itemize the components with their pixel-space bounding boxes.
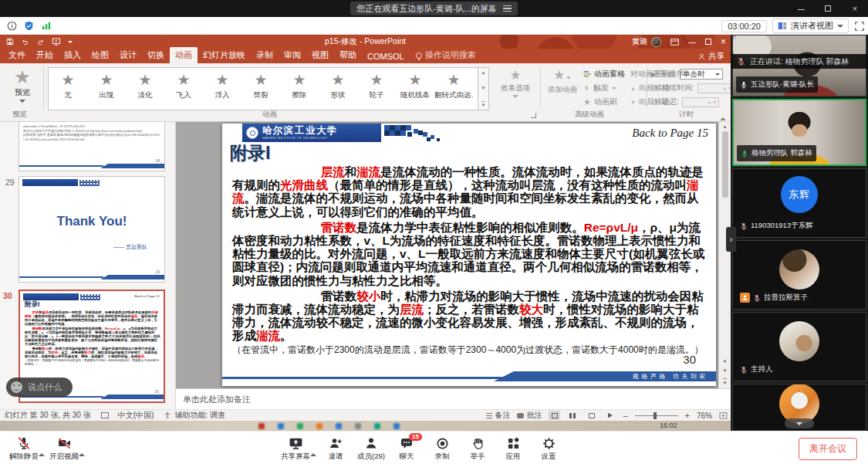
animation-gallery-item[interactable]: ★劈裂 <box>241 68 280 110</box>
restore-button[interactable] <box>822 4 833 13</box>
scrollbar-thumb[interactable] <box>722 131 728 198</box>
sidebar-collapse-handle[interactable]: › <box>726 227 736 252</box>
animation-gallery-item[interactable]: ★翻转式由远… <box>434 68 473 110</box>
preview-button[interactable]: ★ 预览 <box>6 68 39 103</box>
zoom-percent[interactable]: 76% <box>697 412 712 420</box>
slide-28-thumbnail[interactable]: mod walls.J. Fluud Mech., 92 (1979) 455-… <box>19 122 165 171</box>
slide-canvas[interactable]: 哈尔滨工业大学 HARBIN INSTITUTE OF TECHNOLOGY B… <box>222 124 716 386</box>
animation-gallery-item[interactable]: ★无 <box>49 68 87 110</box>
ppt-minimize-button[interactable]: — <box>688 38 696 46</box>
undo-icon[interactable] <box>21 38 29 46</box>
qat-more-icon[interactable] <box>68 41 73 43</box>
toolbar-chat-button[interactable]: 15聊天 <box>389 434 424 462</box>
participant-tile-6[interactable] <box>732 384 866 431</box>
editor-vertical-scrollbar[interactable]: ▲ ▲▼▼ <box>718 122 731 388</box>
tell-me-search[interactable]: 操作说明搜索 <box>410 47 482 63</box>
toolbar-mic-muted-button[interactable]: 解除静音 <box>6 434 42 462</box>
gallery-scroll-arrows[interactable]: ▲▼▼ <box>478 67 489 110</box>
animation-gallery-item[interactable]: ★形状 <box>319 68 357 110</box>
expand-videos-button[interactable] <box>785 418 814 428</box>
animation-gallery-item[interactable]: ★飞入 <box>164 68 203 110</box>
ppt-close-button[interactable]: × <box>721 36 726 47</box>
display-settings-icon[interactable] <box>101 412 109 418</box>
participant-tile-2[interactable]: 格物穷理队 郭森林 <box>732 99 866 166</box>
collapse-ribbon-button[interactable] <box>720 104 726 118</box>
slide-sorter-view-button[interactable] <box>567 411 579 420</box>
participant-tile-3[interactable]: 东辉1190301913于东辉 <box>732 168 866 238</box>
animation-gallery-item[interactable]: ★出现 <box>87 68 126 110</box>
fit-to-window-icon[interactable] <box>719 412 728 420</box>
animation-gallery-item[interactable]: ★随机线条 <box>396 68 434 110</box>
animation-painter-button[interactable]: ★ 动画刷 <box>583 97 617 107</box>
duration-spinner[interactable]: ▲▼ <box>697 83 735 93</box>
delay-spinner[interactable]: ▲▼ <box>682 97 719 107</box>
ribbon-tab-帮助[interactable]: 帮助 <box>334 47 362 63</box>
reading-view-button[interactable] <box>586 411 597 420</box>
save-icon[interactable] <box>6 38 14 46</box>
animation-pane-button[interactable]: 动画窗格 <box>583 69 625 80</box>
toolbar-settings-button[interactable]: 设置 <box>531 434 566 462</box>
ribbon-tab-视图[interactable]: 视图 <box>306 47 334 63</box>
network-signal-icon[interactable] <box>41 21 52 30</box>
participant-tile-5[interactable]: 主持人 <box>732 312 866 381</box>
notes-pane[interactable]: 单击此处添加备注 <box>176 388 731 409</box>
zoom-slider[interactable] <box>635 415 678 416</box>
ribbon-tab-设计[interactable]: 设计 <box>114 47 142 63</box>
view-mode-dropdown[interactable]: 演讲者视图 <box>772 19 849 33</box>
toolbar-cam-muted-button[interactable]: 开启视频 <box>46 434 82 462</box>
accessibility-status[interactable]: 辅助功能: 调查 <box>174 410 225 421</box>
zoom-in-button[interactable]: + <box>685 411 690 420</box>
back-to-page-link[interactable]: Back to Page 15 <box>632 127 708 140</box>
normal-view-button[interactable] <box>549 411 560 420</box>
toolbar-raise-hand-button[interactable]: 举手 <box>460 434 495 462</box>
trigger-button[interactable]: 触发 <box>583 83 616 93</box>
comments-toggle[interactable]: 批注 <box>517 410 542 421</box>
animation-gallery-item[interactable]: ★淡化 <box>126 68 164 110</box>
animation-gallery-item[interactable]: ★擦除 <box>280 68 319 110</box>
toolbar-apps-button[interactable]: 应用 <box>495 434 531 462</box>
redo-icon[interactable] <box>36 38 45 46</box>
security-shield-icon[interactable] <box>24 21 34 31</box>
leave-meeting-button[interactable]: 离开会议 <box>799 438 857 460</box>
info-icon[interactable] <box>7 21 17 31</box>
toolbar-invite-button[interactable]: 邀请 <box>318 434 353 462</box>
move-earlier-button[interactable]: ▲向前移动 <box>630 83 670 93</box>
ribbon-tab-幻灯片放映[interactable]: 幻灯片放映 <box>198 47 251 63</box>
dialog-launcher-icon[interactable] <box>531 113 536 118</box>
toolbar-record-button[interactable]: 录制 <box>424 434 460 462</box>
ribbon-tab-开始[interactable]: 开始 <box>31 47 59 63</box>
ribbon-tab-文件[interactable]: 文件 <box>3 47 31 63</box>
slide-29-thumbnail[interactable]: Thank You! —— 五边形队 29 <box>19 176 165 283</box>
ribbon-tab-审阅[interactable]: 审阅 <box>279 47 306 63</box>
ppt-share-button[interactable]: 共享 <box>698 51 724 62</box>
participant-tile-4[interactable]: 拉普拉斯算子 <box>732 240 866 310</box>
notes-toggle[interactable]: 备注 <box>486 410 510 421</box>
start-dropdown[interactable]: 单击时 <box>680 69 723 80</box>
quick-reaction-bubble[interactable]: 说点什么 <box>6 378 73 397</box>
ribbon-tab-插入[interactable]: 插入 <box>59 47 86 63</box>
minimize-button[interactable] <box>795 4 806 13</box>
fullscreen-icon[interactable] <box>854 21 865 32</box>
slideshow-icon[interactable] <box>52 38 61 46</box>
animation-gallery-item[interactable]: ★浮入 <box>203 68 241 110</box>
ribbon-tab-绘图[interactable]: 绘图 <box>86 47 114 63</box>
zoom-out-button[interactable]: – <box>623 411 627 420</box>
close-button[interactable]: × <box>849 4 860 13</box>
animation-gallery-item[interactable]: ★轮子 <box>357 68 396 110</box>
effect-options-button[interactable]: ★ 效果选项 <box>497 68 534 98</box>
hamburger-icon[interactable] <box>503 5 512 12</box>
account-chip[interactable]: 黄璐 <box>632 36 661 47</box>
add-animation-button[interactable]: ★＋ 添加动画 <box>545 68 580 95</box>
ribbon-tab-录制[interactable]: 录制 <box>251 47 279 63</box>
toolbar-screen-share-button[interactable]: 共享屏幕 <box>278 434 313 462</box>
ribbon-tab-切换[interactable]: 切换 <box>142 47 170 63</box>
move-later-button[interactable]: ▼向后移动 <box>630 97 670 107</box>
ribbon-tab-COMSOL[interactable]: COMSOL <box>362 49 410 63</box>
slideshow-view-button[interactable] <box>604 411 616 420</box>
toolbar-members-button[interactable]: 成员(29) <box>353 434 389 462</box>
ribbon-tab-动画[interactable]: 动画 <box>170 47 198 63</box>
ppt-restore-button[interactable] <box>705 38 711 46</box>
language-status[interactable]: 中文(中国) <box>118 410 154 421</box>
ribbon-display-options-icon[interactable] <box>670 39 679 46</box>
zoom-slider-thumb[interactable] <box>654 412 657 419</box>
